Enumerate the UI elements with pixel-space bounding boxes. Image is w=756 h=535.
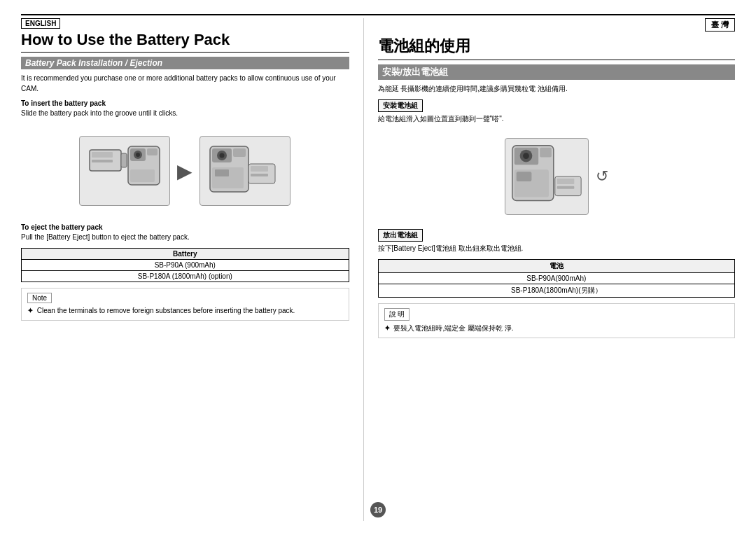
svg-point-13 <box>220 153 225 158</box>
eject-section-left: To eject the battery pack Pull the [Batt… <box>21 223 349 242</box>
note-box-left: Note ✦ Clean the terminals to remove for… <box>21 288 349 321</box>
page-number: 19 <box>370 502 386 517</box>
table-row-tw-1: SB-P90A(900mAh) <box>378 273 734 284</box>
top-divider <box>21 14 735 15</box>
page-title: How to Use the Battery Pack <box>21 31 349 53</box>
svg-rect-29 <box>557 186 575 189</box>
section-header-right: 安裝/放出電池組 <box>378 64 735 80</box>
note-box-right: 說 明 ✦ 要裝入電池組時,端定金 屬端保持乾 淨. <box>378 303 735 338</box>
insert-title-left: To insert the battery pack <box>21 99 349 107</box>
bullet-icon: ✦ <box>27 307 33 314</box>
svg-rect-9 <box>130 169 155 182</box>
eject-title-left: To eject the battery pack <box>21 223 349 231</box>
note-text-right: ✦ 要裝入電池組時,端定金 屬端保持乾 淨. <box>384 324 729 333</box>
svg-rect-19 <box>251 174 268 176</box>
svg-rect-26 <box>517 172 532 181</box>
tw-badge: 臺 灣 <box>705 18 735 32</box>
svg-rect-1 <box>121 153 127 167</box>
insert-section-left: To insert the battery pack Slide the bat… <box>21 99 349 118</box>
page-title-tw: 電池組的使用 <box>378 36 735 60</box>
eject-text-tw: 按下[Battery Eject]電池組 取出鈕來取出電池組. <box>378 244 735 253</box>
svg-rect-3 <box>92 160 113 162</box>
eject-images: ↺ <box>378 131 735 222</box>
note-label-left: Note <box>27 293 52 303</box>
svg-rect-28 <box>557 179 575 184</box>
svg-rect-24 <box>540 148 552 158</box>
insert-text-tw: 給電池組滑入如圖位置直到聽到一聲"嗒". <box>378 114 735 124</box>
note-text-left: ✦ Clean the terminals to remove foreign … <box>27 306 343 316</box>
svg-rect-18 <box>251 166 268 172</box>
svg-point-23 <box>523 153 529 159</box>
table-row-2: SB-P180A (1800mAh) (option) <box>22 271 349 282</box>
eject-section-right: 放出電池組 按下[Battery Eject]電池組 取出鈕來取出電池組. <box>378 229 735 253</box>
table-row-1: SB-P90A (900mAh) <box>22 260 349 271</box>
right-column: 臺 灣 電池組的使用 安裝/放出電池組 為能延 長攝影機的連續使用時間,建議多購… <box>364 18 735 521</box>
section-header-left: Battery Pack Installation / Ejection <box>21 57 349 69</box>
intro-text-left: It is recommended you purchase one or mo… <box>21 73 349 94</box>
battery-table-right: 電池 SB-P90A(900mAh) SB-P180A(1800mAh)(另購） <box>378 259 735 298</box>
arrow-icon: ▶ <box>177 160 192 183</box>
camera-image-right <box>200 136 290 206</box>
left-column: ENGLISH How to Use the Battery Pack Batt… <box>21 18 364 521</box>
svg-rect-16 <box>215 169 229 176</box>
svg-rect-14 <box>233 148 246 157</box>
eject-text-left: Pull the [Battery Eject] button to eject… <box>21 232 349 242</box>
svg-rect-2 <box>92 152 113 158</box>
insert-text-left: Slide the battery pack into the groove u… <box>21 109 349 118</box>
intro-text-right: 為能延 長攝影機的連續使用時間,建議多購買幾粒電 池組備用. <box>378 83 735 94</box>
insert-images: ▶ <box>21 125 349 216</box>
svg-rect-8 <box>147 148 158 155</box>
table-header-right: 電池 <box>378 260 734 273</box>
table-row-tw-2: SB-P180A(1800mAh)(另購） <box>378 284 734 298</box>
svg-point-7 <box>136 153 140 157</box>
note-label-right: 說 明 <box>384 308 410 321</box>
bullet-icon-right: ✦ <box>384 324 390 332</box>
insert-section-right: 安裝電池組 給電池組滑入如圖位置直到聽到一聲"嗒". <box>378 99 735 124</box>
battery-table-left: Battery SB-P90A (900mAh) SB-P180A (1800m… <box>21 248 349 282</box>
eject-camera-image <box>505 138 589 215</box>
insert-label-tw: 安裝電池組 <box>378 99 423 112</box>
curved-arrow-icon: ↺ <box>596 167 608 186</box>
eject-label-tw: 放出電池組 <box>378 229 423 242</box>
english-badge: ENGLISH <box>21 18 60 29</box>
camera-image-left <box>79 136 170 206</box>
table-header-left: Battery <box>22 249 349 260</box>
